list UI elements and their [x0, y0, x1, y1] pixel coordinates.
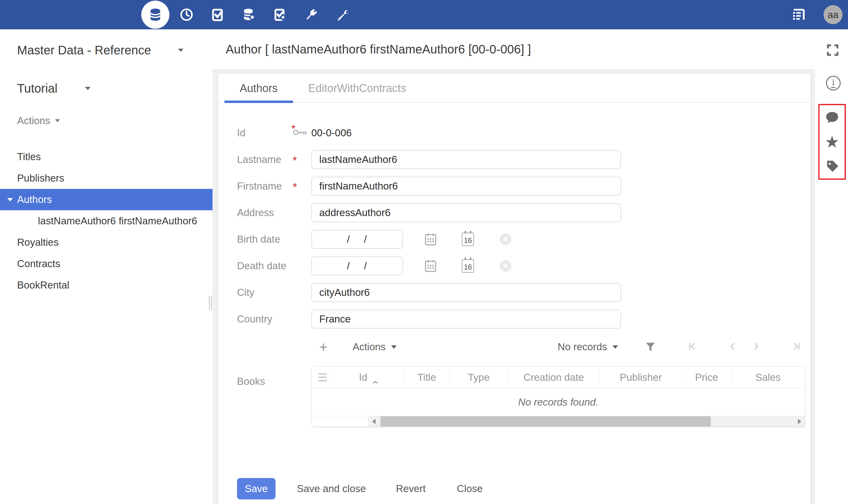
- column-header-publisher[interactable]: Publisher: [600, 366, 682, 388]
- column-label: Creation date: [523, 372, 584, 383]
- column-label: Price: [695, 372, 718, 383]
- column-label: Type: [468, 372, 490, 383]
- sidebar-actions-dropdown[interactable]: Actions: [17, 115, 213, 127]
- clear-date-icon[interactable]: ✕: [500, 260, 511, 272]
- top-navigation-bar: aa: [0, 0, 848, 29]
- field-row-city: City cityAuthor6: [237, 283, 811, 302]
- tab-authors[interactable]: Authors: [225, 74, 293, 103]
- task-check-icon[interactable]: [204, 0, 232, 29]
- sidebar-item-bookrental[interactable]: BookRental: [0, 274, 213, 296]
- sort-ascending-icon: [372, 375, 378, 380]
- sidebar-item-titles[interactable]: Titles: [0, 146, 213, 167]
- calendar-grid-icon[interactable]: [424, 259, 437, 273]
- fullscreen-icon[interactable]: [826, 43, 840, 57]
- column-header-creation-date[interactable]: Creation date: [508, 366, 600, 388]
- sidebar-item-authors[interactable]: Authors: [0, 189, 213, 210]
- field-row-country: Country France: [237, 310, 811, 328]
- revert-button[interactable]: Revert: [396, 483, 426, 494]
- books-actions-dropdown[interactable]: Actions: [353, 341, 396, 353]
- firstname-input[interactable]: firstNameAuthor6: [311, 177, 621, 196]
- books-actions-label: Actions: [353, 341, 386, 353]
- comment-icon[interactable]: [825, 110, 839, 124]
- database-edit-icon[interactable]: [235, 0, 263, 29]
- calendar-day-icon[interactable]: 16: [462, 259, 474, 273]
- tab-label: EditorWithContracts: [308, 82, 406, 95]
- last-page-icon[interactable]: [791, 341, 801, 353]
- field-row-address: Address addressAuthor6: [237, 203, 811, 222]
- task-edit-icon[interactable]: [266, 0, 294, 29]
- calendar-grid-icon[interactable]: [424, 233, 437, 246]
- scroll-left-icon[interactable]: [368, 416, 379, 426]
- filter-icon[interactable]: [645, 341, 656, 353]
- add-book-button[interactable]: +: [319, 340, 328, 354]
- column-header-id[interactable]: Id: [334, 366, 404, 388]
- plug-icon[interactable]: [297, 0, 325, 29]
- tag-icon[interactable]: [825, 159, 839, 173]
- sidebar-item-label: Titles: [17, 151, 41, 162]
- field-row-death-date: Death date / / 16 ✕: [237, 256, 811, 275]
- sidebar-item-label: Publishers: [17, 173, 64, 184]
- address-value: addressAuthor6: [319, 207, 390, 218]
- death-date-value: / /: [347, 260, 367, 272]
- column-header-type[interactable]: Type: [450, 366, 508, 388]
- birth-date-value: / /: [347, 234, 367, 245]
- sidebar-actions-label: Actions: [17, 115, 50, 127]
- info-glyph: i: [831, 78, 836, 88]
- city-input[interactable]: cityAuthor6: [311, 283, 621, 302]
- list-menu-icon[interactable]: [791, 7, 807, 23]
- editor-tabs: Authors EditorWithContracts: [218, 74, 811, 103]
- scrollbar-thumb[interactable]: [381, 416, 711, 426]
- page-header: Author [ lastNameAuthor6 firstNameAuthor…: [213, 29, 815, 69]
- close-button[interactable]: Close: [457, 483, 482, 494]
- lastname-value: lastNameAuthor6: [319, 154, 397, 165]
- field-row-lastname: Lastname * lastNameAuthor6: [237, 150, 811, 169]
- sidebar-resize-handle[interactable]: [209, 296, 212, 310]
- chevron-down-icon: [55, 119, 60, 122]
- scrollbar-track[interactable]: [368, 416, 805, 426]
- next-page-icon[interactable]: [751, 341, 761, 353]
- drag-lines-icon: [318, 373, 327, 381]
- save-button[interactable]: Save: [237, 478, 276, 500]
- app-title-dropdown[interactable]: Master Data - Reference: [17, 43, 213, 57]
- sidebar-item-contracts[interactable]: Contracts: [0, 253, 213, 274]
- info-icon[interactable]: i: [826, 76, 841, 90]
- sidebar-item-label: Contracts: [17, 258, 60, 269]
- lastname-input[interactable]: lastNameAuthor6: [311, 150, 621, 169]
- row-drag-handle-icon[interactable]: [312, 366, 334, 388]
- birth-date-input[interactable]: / /: [311, 230, 403, 249]
- required-asterisk: *: [292, 123, 296, 134]
- firstname-label: Firstname: [237, 180, 293, 192]
- address-input[interactable]: addressAuthor6: [311, 203, 621, 222]
- chevron-down-icon: [7, 198, 13, 201]
- column-header-sales[interactable]: Sales: [731, 366, 805, 388]
- books-table-header: Id Title Type Creation date Publisher Pr…: [312, 366, 805, 389]
- save-and-close-button[interactable]: Save and close: [297, 483, 366, 494]
- death-date-input[interactable]: / /: [311, 256, 403, 275]
- scrollbar-frozen-gap: [312, 416, 368, 426]
- star-icon[interactable]: ★: [825, 135, 839, 149]
- books-table: Id Title Type Creation date Publisher Pr…: [311, 366, 805, 427]
- column-header-price[interactable]: Price: [682, 366, 731, 388]
- plus-icon: +: [319, 339, 328, 355]
- calendar-day-icon[interactable]: 16: [462, 233, 474, 246]
- clear-date-icon[interactable]: ✕: [500, 234, 511, 245]
- topbar-icon-group: [141, 0, 360, 29]
- clock-icon[interactable]: [173, 0, 200, 29]
- sidebar-item-author-record[interactable]: lastNameAuthor6 firstNameAuthor6: [0, 210, 213, 232]
- sidebar-item-publishers[interactable]: Publishers: [0, 167, 213, 189]
- column-header-title[interactable]: Title: [404, 366, 450, 388]
- records-count-dropdown[interactable]: No records: [558, 341, 618, 353]
- user-avatar[interactable]: aa: [824, 5, 843, 24]
- database-icon[interactable]: [141, 0, 170, 29]
- sidebar-item-royalties[interactable]: Royalties: [0, 232, 213, 253]
- wrench-icon[interactable]: [329, 0, 357, 29]
- country-input[interactable]: France: [311, 310, 621, 328]
- death-date-cell: / / 16 ✕: [311, 256, 622, 275]
- project-title-dropdown[interactable]: Tutorial: [17, 82, 213, 95]
- previous-page-icon[interactable]: [727, 341, 738, 353]
- sidebar: Master Data - Reference Tutorial Actions…: [0, 29, 213, 504]
- tab-editorwithcontracts[interactable]: EditorWithContracts: [293, 74, 421, 103]
- calendar-day-label: 16: [464, 236, 472, 245]
- first-page-icon[interactable]: [687, 341, 697, 353]
- scroll-right-icon[interactable]: [794, 416, 805, 426]
